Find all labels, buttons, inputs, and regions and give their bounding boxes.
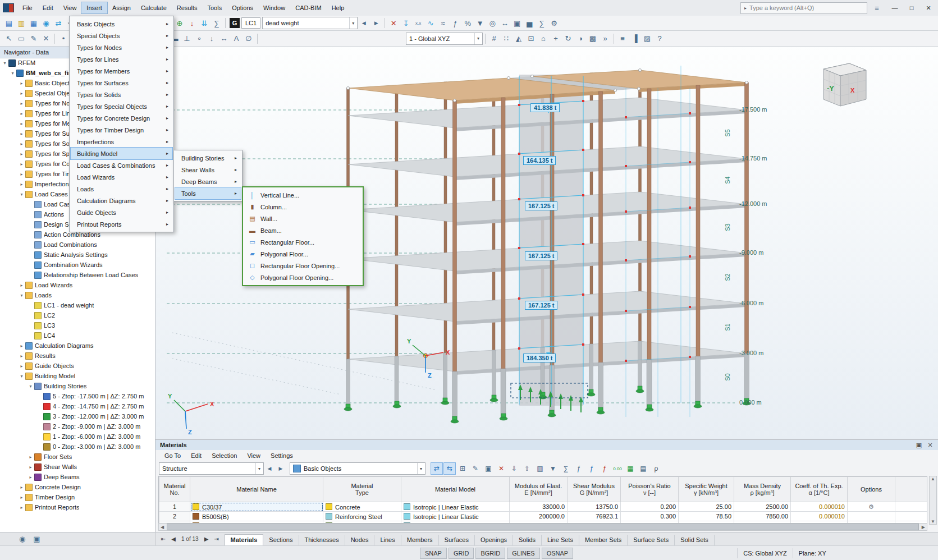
grid-settings-icon[interactable]: ∷ xyxy=(500,33,513,44)
load-values-icon[interactable]: x.x xyxy=(412,17,424,29)
menu-bar-item[interactable]: File xyxy=(17,2,38,13)
table-tab[interactable]: Nodes xyxy=(345,535,375,545)
options-cell[interactable]: ⚙ xyxy=(848,502,895,512)
table-tab[interactable]: Sections xyxy=(263,535,299,545)
tree-item[interactable]: 4 - Ztop: -14.750 m | ΔZ: 2.750 m xyxy=(0,401,155,411)
insert-menu-item[interactable]: Printout Reports ▸ xyxy=(71,218,172,230)
menu-bar-item[interactable]: Calculate xyxy=(136,2,172,13)
next-load-case-button[interactable]: ▶ xyxy=(370,17,382,29)
copy-row-icon[interactable]: ▣ xyxy=(483,463,494,474)
search-list-icon[interactable]: ≡ xyxy=(871,4,883,12)
menu-bar-item[interactable]: Results xyxy=(172,2,203,13)
view-columns-icon[interactable]: ▥ xyxy=(534,463,546,474)
shear-modulus-cell[interactable]: 13750.0 xyxy=(568,502,621,512)
notes-icon[interactable]: ▣ xyxy=(511,17,523,29)
building-model-submenu-item[interactable]: Building Stories ▸ xyxy=(175,152,241,164)
tree-item[interactable]: 5 - Ztop: -17.500 m | ΔZ: 2.750 m xyxy=(0,391,155,401)
deformation-icon[interactable]: ≈ xyxy=(437,17,449,29)
scroll-up-icon[interactable]: ▲ xyxy=(931,476,935,481)
scroll-right-icon[interactable]: ▶ xyxy=(920,525,927,530)
pan-view-icon[interactable]: + xyxy=(550,33,562,44)
snap-toggle-button[interactable]: BGRID xyxy=(475,548,505,559)
insert-menu-item[interactable]: Types for Lines ▸ xyxy=(71,53,172,65)
sum-results-icon[interactable]: ∑ xyxy=(536,17,548,29)
insert-menu-item[interactable]: Building Model ▸ xyxy=(71,148,172,159)
tree-expander-icon[interactable]: ▸ xyxy=(19,121,25,126)
table-to-graphic-icon[interactable]: ⇄ xyxy=(431,463,442,474)
material-model-cell[interactable]: Isotropic | Linear Elastic xyxy=(401,502,510,512)
minimize-button[interactable]: — xyxy=(886,1,903,15)
open-model-icon[interactable]: ▥ xyxy=(15,17,28,29)
menu-bar-item[interactable]: Insert xyxy=(81,2,107,13)
tree-item[interactable]: 3 - Ztop: -12.000 m | ΔZ: 3.000 m xyxy=(0,411,155,421)
tree-expander-icon[interactable]: ▸ xyxy=(28,455,34,460)
edit-cell-icon[interactable]: ✎ xyxy=(470,463,481,474)
new-model-icon[interactable]: ▤ xyxy=(3,17,15,29)
insert-menu-item[interactable]: Types for Solids ▸ xyxy=(71,89,172,100)
pen-icon[interactable]: ✎ xyxy=(28,33,40,44)
tree-expander-icon[interactable]: ▾ xyxy=(19,192,25,197)
tree-expander-icon[interactable]: ▸ xyxy=(19,152,25,157)
search-parameters-icon[interactable]: ρ xyxy=(651,463,662,474)
zoom-all-icon[interactable]: ⌂ xyxy=(537,33,550,44)
materials-menu-item[interactable]: Settings xyxy=(266,451,298,460)
keyword-search-input[interactable]: ▸ Type a keyword (Alt+Q) xyxy=(740,2,867,14)
select-arrow-icon[interactable]: ↖ xyxy=(3,33,15,44)
tree-expander-icon[interactable]: ▸ xyxy=(28,475,34,480)
previous-load-case-button[interactable]: ◀ xyxy=(358,17,370,29)
tree-expander-icon[interactable]: ▸ xyxy=(19,505,25,510)
tree-expander-icon[interactable]: ▾ xyxy=(2,61,8,66)
materials-menu-item[interactable]: Go To xyxy=(160,451,185,460)
tree-item[interactable]: ▾ Building Model xyxy=(0,371,155,381)
tools-submenu-item[interactable]: ▭ Rectangular Floor... xyxy=(244,236,362,248)
snap-toggle-button[interactable]: SNAP xyxy=(420,548,447,559)
table-horizontal-scrollbar[interactable]: ◀ ▶ xyxy=(158,523,927,531)
tree-expander-icon[interactable]: ▸ xyxy=(19,101,25,106)
delete-object-icon[interactable]: ✕ xyxy=(40,33,52,44)
modulus-cell[interactable]: 200000.0 xyxy=(510,512,568,521)
tools-submenu-item[interactable]: ▬ Beam... xyxy=(244,224,362,236)
tree-expander-icon[interactable]: ▾ xyxy=(19,293,25,298)
insert-menu-item[interactable]: Calculation Diagrams ▸ xyxy=(71,195,172,206)
tree-expander-icon[interactable]: ▸ xyxy=(28,465,34,470)
table-prev-button[interactable]: ◀ xyxy=(264,463,275,474)
extra-cell[interactable] xyxy=(895,512,928,521)
import-table-icon[interactable]: ⇩ xyxy=(509,463,520,474)
tree-item[interactable]: ▸ Load Wizards xyxy=(0,280,155,290)
tree-expander-icon[interactable]: ▸ xyxy=(19,111,25,116)
table-vertical-scrollbar[interactable]: ▲ ▼ xyxy=(929,476,937,525)
menu-bar-item[interactable]: Assign xyxy=(107,2,136,13)
select-region-icon[interactable]: ▭ xyxy=(15,33,28,44)
filter-icon[interactable]: ▼ xyxy=(474,17,486,29)
close-button[interactable]: ✕ xyxy=(920,1,937,15)
save-model-icon[interactable]: ▦ xyxy=(28,17,40,29)
graphic-to-table-icon[interactable]: ⇆ xyxy=(444,463,455,474)
materials-menu-item[interactable]: Edit xyxy=(186,451,206,460)
object-filter-combo[interactable]: Basic Objects ▾ xyxy=(290,462,425,475)
specific-weight-cell[interactable]: 78.50 xyxy=(679,512,734,521)
filter-table-icon[interactable]: ▼ xyxy=(547,463,559,474)
insert-menu-item[interactable]: Guide Objects ▸ xyxy=(71,206,172,218)
table-tab[interactable]: Materials xyxy=(225,534,264,545)
table-tab[interactable]: Surfaces xyxy=(439,535,475,545)
hinge-tool-icon[interactable]: ∘ xyxy=(193,33,205,44)
mass-density-cell[interactable]: 7850.00 xyxy=(734,512,791,521)
export-table-icon[interactable]: ⇧ xyxy=(521,463,533,474)
insert-menu-item[interactable]: Loads ▸ xyxy=(71,183,172,195)
material-model-cell[interactable]: Isotropic | Linear Elastic xyxy=(401,512,510,521)
insert-menu-item[interactable]: Types for Special Objects ▸ xyxy=(71,100,172,112)
table-tab[interactable]: Solid Sets xyxy=(675,535,715,545)
thermal-expansion-cell[interactable]: 0.000010 xyxy=(791,502,848,512)
support-tool-icon[interactable]: ⊥ xyxy=(181,33,193,44)
delete-row-icon[interactable]: ✕ xyxy=(496,463,507,474)
tree-item[interactable]: ▸ Results xyxy=(0,351,155,361)
tree-item[interactable]: ▸ Calculation Diagrams xyxy=(0,341,155,351)
excel-export-icon[interactable]: ▦ xyxy=(625,463,636,474)
scrollbar-thumb[interactable] xyxy=(167,524,919,530)
shear-modulus-cell[interactable]: 76923.1 xyxy=(568,512,621,521)
percent-icon[interactable]: % xyxy=(461,17,474,29)
options-icon[interactable]: ⚙ xyxy=(548,17,560,29)
tools-submenu-item[interactable]: ▤ Wall... xyxy=(244,213,362,224)
building-model-submenu-item[interactable]: Shear Walls ▸ xyxy=(175,164,241,176)
combo-dropdown-icon[interactable]: ▾ xyxy=(255,463,260,474)
